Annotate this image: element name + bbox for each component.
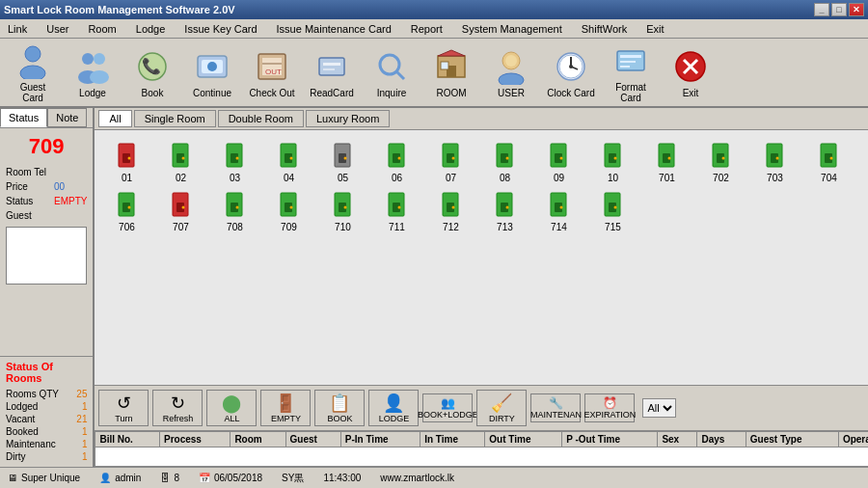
room-filter-bar: All Single Room Double Room Luxury Room: [95, 108, 868, 130]
filter-double[interactable]: Double Room: [218, 110, 304, 127]
checkout-button[interactable]: OUT Check Out: [245, 44, 299, 101]
maintenance-button[interactable]: 🔧 MAINTENAN: [530, 393, 581, 422]
menu-user[interactable]: User: [42, 21, 72, 37]
status-value: EMPTY: [54, 196, 87, 206]
stat-booked: Booked 1: [6, 425, 87, 438]
room-711[interactable]: 711: [372, 187, 420, 232]
room-708[interactable]: 708: [210, 187, 258, 232]
room-03[interactable]: 03: [210, 138, 258, 183]
status-lang: SY黒: [282, 472, 304, 485]
menu-lodge[interactable]: Lodge: [132, 21, 170, 37]
room-08[interactable]: 08: [480, 138, 529, 183]
room-701[interactable]: 701: [642, 138, 691, 183]
filter-all[interactable]: All: [98, 110, 131, 127]
tab-status[interactable]: Status: [0, 108, 47, 127]
all-rooms-button[interactable]: ⬤ ALL: [206, 390, 257, 426]
status-website-text: www.zmartlock.lk: [380, 473, 454, 483]
room-713[interactable]: 713: [480, 187, 529, 232]
room-705[interactable]: 705: [858, 138, 868, 183]
user-button[interactable]: USER: [484, 44, 538, 101]
col-operator: Operator: [838, 432, 868, 447]
menu-link[interactable]: Link: [4, 21, 31, 37]
format-card-icon: [611, 41, 650, 80]
readcard-button[interactable]: ReadCard: [305, 44, 359, 101]
format-card-button[interactable]: Format Card: [604, 39, 658, 106]
continue-button[interactable]: Continue: [185, 44, 239, 101]
room-704[interactable]: 704: [804, 138, 853, 183]
col-guest: Guest: [285, 432, 340, 447]
col-out-time: Out Time: [485, 432, 562, 447]
room-01[interactable]: 01: [102, 138, 150, 183]
menu-system[interactable]: System Management: [458, 21, 566, 37]
empty-button[interactable]: 🚪 EMPTY: [260, 390, 311, 426]
status-db-icon: 🗄: [160, 473, 170, 483]
room-tel-row: Room Tel: [0, 165, 93, 179]
room-07[interactable]: 07: [426, 138, 475, 183]
svg-point-89: [182, 206, 185, 209]
refresh-button[interactable]: ↻ Refresh: [152, 390, 203, 426]
dirty-button[interactable]: 🧹 DIRTY: [476, 390, 527, 426]
svg-point-50: [290, 157, 293, 160]
all-select-dropdown[interactable]: All: [642, 398, 676, 418]
table-body: [95, 447, 868, 467]
status-date: 📅 06/05/2018: [199, 473, 262, 483]
stat-rooms-qty-label: Rooms QTY: [6, 389, 59, 399]
room-707[interactable]: 707: [156, 187, 204, 232]
room-715[interactable]: 715: [588, 187, 637, 232]
svg-point-47: [236, 157, 239, 160]
menu-issue-maint[interactable]: Issue Maintenance Card: [273, 21, 395, 37]
guest-card-button[interactable]: Guest Card: [6, 39, 60, 106]
exit-button[interactable]: Exit: [664, 44, 718, 101]
filter-single[interactable]: Single Room: [134, 110, 216, 127]
turn-label: Turn: [115, 414, 132, 423]
status-time: 11:43:00: [323, 473, 361, 483]
expiration-button[interactable]: ⏰ EXPIRATION: [584, 393, 635, 422]
room-703[interactable]: 703: [750, 138, 799, 183]
room-05[interactable]: 05: [318, 138, 366, 183]
price-label: Price: [6, 181, 54, 192]
minimize-button[interactable]: _: [814, 3, 829, 16]
filter-luxury[interactable]: Luxury Room: [306, 110, 390, 127]
status-row: Status EMPTY: [0, 194, 93, 208]
book-rooms-button[interactable]: 📋 BOOK: [314, 390, 365, 426]
menu-report[interactable]: Report: [407, 21, 447, 37]
room-06[interactable]: 06: [372, 138, 420, 183]
tab-note[interactable]: Note: [47, 108, 87, 127]
book-button[interactable]: 📞 Book: [125, 44, 179, 101]
status-user-text: admin: [115, 473, 141, 483]
menu-issue-key[interactable]: Issue Key Card: [180, 21, 260, 37]
inquire-button[interactable]: Inquire: [365, 44, 419, 101]
booklodge-button[interactable]: 👥 BOOK+LODGE: [422, 393, 473, 422]
lodge-button[interactable]: Lodge: [66, 44, 120, 101]
room-706[interactable]: 706: [102, 187, 150, 232]
room-702[interactable]: 702: [696, 138, 745, 183]
status-section-title: Status Of Rooms: [6, 361, 87, 384]
lodge-rooms-button[interactable]: 👤 LODGE: [368, 390, 419, 426]
maximize-button[interactable]: □: [831, 3, 847, 16]
status-company-text: Super Unique: [21, 473, 80, 483]
room-714[interactable]: 714: [534, 187, 583, 232]
room-09[interactable]: 09: [534, 138, 583, 183]
menu-shiftwork[interactable]: ShiftWork: [578, 21, 631, 37]
room-02[interactable]: 02: [156, 138, 204, 183]
menu-room[interactable]: Room: [84, 21, 120, 37]
room-10[interactable]: 10: [588, 138, 637, 183]
room-712[interactable]: 712: [426, 187, 475, 232]
room-710[interactable]: 710: [318, 187, 366, 232]
svg-rect-33: [620, 55, 641, 58]
clock-card-button[interactable]: Clock Card: [544, 44, 598, 101]
room-709[interactable]: 709: [264, 187, 312, 232]
turn-button[interactable]: ↺ Turn: [98, 390, 149, 426]
continue-icon: [193, 47, 231, 86]
room-04[interactable]: 04: [264, 138, 312, 183]
room-01-num: 01: [122, 173, 132, 183]
svg-point-1: [20, 66, 45, 79]
stat-lodged-label: Lodged: [6, 401, 38, 412]
stat-booked-value: 1: [82, 426, 88, 437]
menu-exit[interactable]: Exit: [642, 21, 667, 37]
exit-icon: [671, 47, 710, 86]
status-time-text: 11:43:00: [323, 473, 361, 483]
menu-bar: Link User Room Lodge Issue Key Card Issu…: [0, 19, 868, 39]
close-button[interactable]: ✕: [849, 3, 864, 16]
room-button[interactable]: ROOM: [424, 44, 478, 101]
